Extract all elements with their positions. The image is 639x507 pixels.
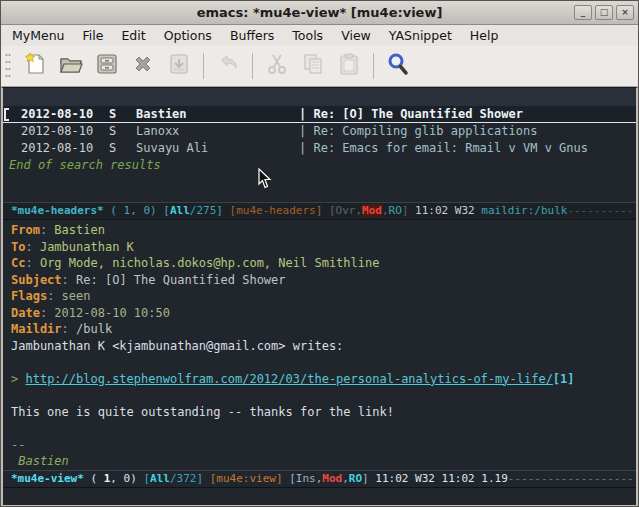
maximize-button[interactable]: □ <box>595 5 613 20</box>
message-from: Bastien <box>136 106 299 123</box>
toolbar-drag-handle[interactable] <box>3 51 13 81</box>
message-body-line <box>11 387 636 404</box>
delete-x-icon <box>131 52 155 80</box>
undo-button[interactable] <box>210 50 246 82</box>
text-segment: 2012-08-10 10:50 <box>54 306 170 320</box>
toolbar-separator <box>252 53 253 79</box>
undo-icon <box>216 52 240 80</box>
modeline-segment: , <box>382 204 389 217</box>
mu4e-headers-modeline[interactable]: *mu4e-headers* ( 1, 0) [All/275] [mu4e-h… <box>3 202 636 220</box>
text-segment: -- <box>11 438 25 452</box>
text-segment: Date <box>11 306 40 320</box>
modeline-segment: ------------ <box>567 204 636 217</box>
paste-clipboard-icon <box>337 52 361 80</box>
paste-button[interactable] <box>331 50 367 82</box>
delete-button[interactable] <box>125 50 161 82</box>
message-row[interactable]: 2012-08-10SLanoxx| Re: Compiling glib ap… <box>3 123 636 140</box>
text-segment: Re: [O] The Quantified Shower <box>76 273 286 287</box>
menubar: MyMenuFileEditOptionsBuffersToolsViewYAS… <box>1 25 638 46</box>
mu4e-headers-buffer[interactable]: ▼ DateFlgsFrom/ToSubject 2012-08-10SBast… <box>3 88 636 202</box>
save-icon <box>95 52 119 80</box>
menu-item-help[interactable]: Help <box>461 26 508 45</box>
modeline-segment: [ <box>163 204 170 217</box>
minimize-button[interactable]: _ <box>574 5 592 20</box>
cut-scissors-icon <box>265 52 289 80</box>
text-segment: : <box>25 240 39 254</box>
modeline-segment: Mod <box>362 204 382 217</box>
titlebar[interactable]: emacs: *mu4e-view* [mu4e:view] _ □ × <box>1 1 638 25</box>
hyperlink[interactable]: http://blog.stephenwolfram.com/2012/03/t… <box>25 372 552 386</box>
search-icon <box>386 52 410 80</box>
menu-item-yasnippet[interactable]: YASnippet <box>380 26 461 45</box>
toolbar-separator <box>203 53 204 79</box>
message-body-line: This one is quite outstanding -- thanks … <box>11 404 636 421</box>
menu-item-view[interactable]: View <box>332 26 380 45</box>
search-button[interactable] <box>380 50 416 82</box>
text-segment: To <box>11 240 25 254</box>
message-body-line: Jambunathan K <kjambunathan@gmail.com> w… <box>11 338 636 355</box>
toolbar-separator <box>373 53 374 79</box>
text-segment: Jambunathan K <kjambunathan@gmail.com> w… <box>11 339 343 353</box>
text-segment: Subject <box>11 273 62 287</box>
message-body-line: Cc: Org Mode, nicholas.dokos@hp.com, Nei… <box>11 255 636 272</box>
modeline-segment: /372 <box>170 472 197 485</box>
modeline-segment: --------------------- <box>508 472 636 485</box>
new-file-button[interactable] <box>17 50 53 82</box>
menu-item-mymenu[interactable]: MyMenu <box>3 26 74 45</box>
cut-button[interactable] <box>259 50 295 82</box>
headers-column-row: ▼ DateFlgsFrom/ToSubject <box>3 88 636 106</box>
message-row[interactable]: 2012-08-10SBastien| Re: [O] The Quantifi… <box>3 106 636 123</box>
mu4e-view-buffer[interactable]: From: BastienTo: Jambunathan KCc: Org Mo… <box>3 220 636 470</box>
open-folder-icon <box>59 52 83 80</box>
new-file-icon <box>23 52 47 80</box>
modeline-segment: , 0) <box>110 472 143 485</box>
close-button[interactable]: × <box>616 5 634 20</box>
mu4e-view-modeline[interactable]: *mu4e-view* ( 1, 0) [All/372] [mu4e:view… <box>3 470 636 488</box>
message-body-line: Flags: seen <box>11 288 636 305</box>
message-body-line: Bastien <box>11 453 636 470</box>
message-body-line: Date: 2012-08-10 10:50 <box>11 305 636 322</box>
message-subject: | Re: [O] The Quantified Shower <box>299 107 523 121</box>
menu-item-options[interactable]: Options <box>155 26 221 45</box>
text-segment: seen <box>62 289 91 303</box>
modeline-segment: ] <box>362 472 369 485</box>
message-body-line: Maildir: /bulk <box>11 321 636 338</box>
message-row[interactable]: 2012-08-10SSuvayu Ali| Re: Emacs for ema… <box>3 140 636 157</box>
save-as-icon <box>167 52 191 80</box>
modeline-segment: [mu4e:view] <box>210 472 289 485</box>
text-segment: : <box>62 322 76 336</box>
message-from: Lanoxx <box>136 123 299 140</box>
copy-button[interactable] <box>295 50 331 82</box>
modeline-segment: 11:02 W32 11:02 1.19 <box>369 472 508 485</box>
emacs-window: emacs: *mu4e-view* [mu4e:view] _ □ × MyM… <box>0 0 639 507</box>
menu-item-buffers[interactable]: Buffers <box>221 26 283 45</box>
modeline-segment: [mu4e-headers] <box>230 204 329 217</box>
fringe-current-line-marker <box>4 108 9 121</box>
text-segment: Maildir <box>11 322 62 336</box>
emacs-frame: ▼ DateFlgsFrom/ToSubject 2012-08-10SBast… <box>1 87 638 507</box>
text-segment: Bastien <box>11 454 69 468</box>
modeline-segment: maildir:/bulk <box>481 204 567 217</box>
mouse-pointer <box>258 168 272 193</box>
open-file-button[interactable] <box>53 50 89 82</box>
modeline-segment: /275 <box>190 204 217 217</box>
message-subject: | Re: Emacs for email: Rmail v VM v Gnus <box>299 141 588 155</box>
text-segment: Jambunathan K <box>40 240 134 254</box>
message-body-line: Subject: Re: [O] The Quantified Shower <box>11 272 636 289</box>
message-body-line: > http://blog.stephenwolfram.com/2012/03… <box>11 371 636 388</box>
modeline-segment: *mu4e-view* <box>11 472 84 485</box>
menu-item-file[interactable]: File <box>74 26 113 45</box>
modeline-segment: ( <box>84 472 104 485</box>
menu-item-edit[interactable]: Edit <box>112 26 154 45</box>
menu-item-tools[interactable]: Tools <box>283 26 332 45</box>
text-segment: > <box>11 372 25 386</box>
text-segment: : <box>47 289 61 303</box>
save-as-button[interactable] <box>161 50 197 82</box>
modeline-segment: RO <box>389 204 402 217</box>
save-button[interactable] <box>89 50 125 82</box>
end-of-search-message: End of search results <box>3 157 636 174</box>
modeline-segment: ( 1, 0) <box>104 204 164 217</box>
echo-area[interactable] <box>3 488 636 504</box>
text-segment: : <box>25 256 39 270</box>
modeline-segment: [Ins, <box>289 472 322 485</box>
